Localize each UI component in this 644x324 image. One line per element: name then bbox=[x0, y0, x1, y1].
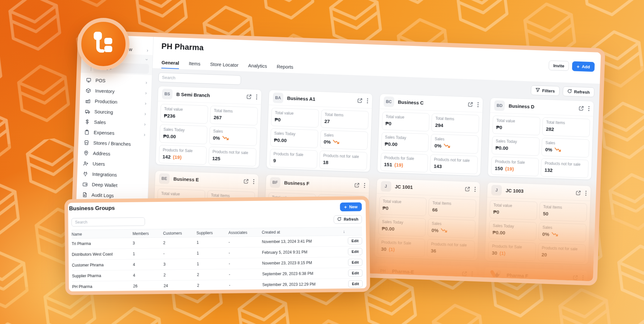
open-external-icon[interactable] bbox=[354, 182, 360, 188]
tab-analytics[interactable]: Analytics bbox=[248, 63, 267, 72]
kebab-menu-icon[interactable] bbox=[472, 271, 473, 277]
stat-label: Total value bbox=[161, 191, 201, 197]
stat-value: 9 bbox=[273, 158, 314, 164]
refresh-button[interactable]: Refresh bbox=[562, 86, 594, 97]
stat-value: 282 bbox=[546, 126, 586, 133]
open-external-icon[interactable] bbox=[462, 271, 468, 277]
stat-value: 18 bbox=[323, 160, 363, 166]
kebab-menu-icon[interactable] bbox=[477, 102, 479, 107]
kebab-menu-icon[interactable] bbox=[256, 94, 258, 100]
page-title: PH Pharma bbox=[161, 42, 204, 52]
cell-customers: 2 bbox=[164, 273, 197, 277]
card-actions bbox=[578, 106, 590, 111]
cell-suppliers: 1 bbox=[197, 261, 229, 266]
cell-members: 1 bbox=[133, 251, 163, 256]
stat-tile-products-not-for-sale: Products not for sale 36 bbox=[427, 239, 475, 259]
kebab-menu-icon[interactable] bbox=[585, 190, 587, 196]
edit-button[interactable]: Edit bbox=[348, 248, 362, 255]
tab-reports[interactable]: Reports bbox=[276, 64, 293, 73]
business-name: Business C bbox=[398, 99, 423, 106]
edit-button[interactable]: Edit bbox=[348, 237, 362, 244]
stat-value: ₱236 bbox=[164, 113, 204, 120]
new-group-button[interactable]: + New bbox=[340, 202, 362, 211]
column-header-associates[interactable]: Associates bbox=[228, 230, 262, 235]
sourcing-icon bbox=[85, 108, 90, 114]
groups-refresh-button[interactable]: Refresh bbox=[334, 215, 362, 224]
stat-tile-total-items: Total Items 282 bbox=[542, 117, 590, 137]
stat-tile-total-items: Total Items 66 bbox=[428, 198, 476, 218]
kebab-menu-icon[interactable] bbox=[582, 275, 584, 281]
groups-search-input[interactable] bbox=[72, 217, 145, 226]
inventory-icon bbox=[85, 88, 91, 93]
cell-suppliers: 2 bbox=[197, 283, 229, 288]
tab-general[interactable]: General bbox=[161, 60, 179, 69]
kebab-menu-icon[interactable] bbox=[588, 106, 590, 111]
stat-label: Total value bbox=[275, 110, 315, 116]
sidebar-item-label: Integrations bbox=[92, 172, 117, 178]
stat-value: 125 bbox=[212, 156, 252, 162]
stat-tile-total-items: Total Items 267 bbox=[210, 106, 258, 125]
refresh-icon bbox=[337, 217, 342, 222]
open-external-icon[interactable] bbox=[578, 106, 584, 111]
cell-associates: - bbox=[229, 283, 262, 288]
card-actions bbox=[243, 178, 255, 184]
open-external-icon[interactable] bbox=[572, 275, 578, 281]
stat-extra: (1) bbox=[500, 250, 506, 256]
stat-extra: (19) bbox=[394, 162, 403, 168]
kebab-menu-icon[interactable] bbox=[253, 179, 255, 184]
edit-button[interactable]: Edit bbox=[348, 259, 362, 266]
stat-tile-products-for-sale: Products for Sale 30 (1) bbox=[488, 241, 536, 261]
invite-button[interactable]: Invite bbox=[549, 61, 569, 71]
stat-label: Products not for sale bbox=[434, 157, 474, 163]
open-external-icon[interactable] bbox=[465, 186, 471, 192]
header-actions: Invite + Add bbox=[549, 61, 595, 72]
open-external-icon[interactable] bbox=[575, 190, 581, 196]
stat-tile-products-not-for-sale: Products not for sale 125 bbox=[208, 147, 257, 166]
logo-caption: COMPANY bbox=[490, 278, 500, 280]
kebab-menu-icon[interactable] bbox=[475, 187, 476, 192]
kebab-menu-icon[interactable] bbox=[367, 98, 368, 104]
stat-tile-total-value: Total value ₱0 bbox=[271, 108, 319, 128]
groups-table: NameMembersCustomersSuppliersAssociatesC… bbox=[68, 227, 367, 292]
stat-label: Sales bbox=[324, 133, 364, 139]
business-card-b-semi-branch: BS B Semi Branch Total value ₱236 Total … bbox=[155, 86, 262, 168]
stat-value: ₱0.00 bbox=[492, 230, 533, 236]
open-external-icon[interactable] bbox=[468, 102, 474, 107]
chevron-right-icon: › bbox=[144, 121, 146, 126]
cell-members: 4 bbox=[133, 273, 164, 278]
stat-tile-sales-today: Sales Today ₱0.00 bbox=[492, 136, 540, 156]
business-card-business-d: BD Business D Total value ₱0 Total Items… bbox=[488, 97, 594, 180]
stat-value: 36 bbox=[431, 248, 471, 255]
cell-name: Customer Phrama bbox=[72, 262, 133, 268]
column-header-suppliers[interactable]: Suppliers bbox=[196, 230, 228, 235]
filters-button[interactable]: Filters bbox=[530, 85, 559, 96]
column-header-members[interactable]: Members bbox=[133, 231, 163, 236]
chevron-down-icon: › bbox=[145, 59, 150, 61]
edit-button[interactable]: Edit bbox=[348, 280, 363, 287]
expenses-icon bbox=[84, 129, 90, 135]
stat-label: Products for Sale bbox=[274, 151, 314, 157]
search-input[interactable] bbox=[158, 72, 241, 85]
trend-down-icon bbox=[444, 143, 450, 149]
cell-suppliers: 1 bbox=[197, 251, 229, 256]
open-external-icon[interactable] bbox=[243, 178, 249, 184]
open-external-icon[interactable] bbox=[246, 94, 252, 100]
tab-items[interactable]: Items bbox=[189, 61, 200, 70]
sort-descending-icon[interactable]: ↓ bbox=[343, 229, 345, 234]
stat-tile-sales: Sales 0% bbox=[320, 130, 368, 150]
kebab-menu-icon[interactable] bbox=[364, 183, 365, 188]
sidebar-item-label: Deep Wallet bbox=[92, 182, 117, 188]
open-external-icon[interactable] bbox=[357, 98, 363, 104]
card-stats: Total value ₱0 Total Items 282 Sales Tod… bbox=[488, 113, 593, 180]
column-header-name[interactable]: Name bbox=[72, 231, 133, 236]
trend-down-icon bbox=[555, 147, 561, 153]
column-header-created-at[interactable]: Created at bbox=[262, 229, 337, 234]
edit-button[interactable]: Edit bbox=[348, 269, 363, 276]
stat-tile-sales: Sales 0% bbox=[541, 138, 589, 158]
sidebar-item-label: Audit Logs bbox=[91, 192, 114, 198]
add-button[interactable]: + Add bbox=[572, 61, 595, 72]
stat-tile-products-not-for-sale: Products not for sale 132 bbox=[541, 158, 589, 178]
column-header-customers[interactable]: Customers bbox=[163, 231, 196, 235]
cell-customers: 2 bbox=[163, 240, 197, 245]
business-name: B Semi Branch bbox=[176, 92, 210, 98]
